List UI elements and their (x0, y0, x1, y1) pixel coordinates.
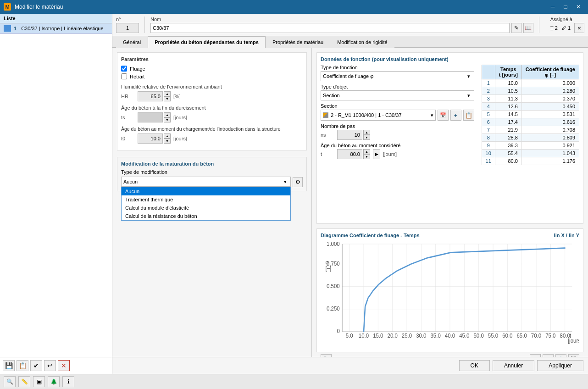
dropdown-item-resistance[interactable]: Calcul de la résistance du béton (122, 212, 290, 220)
chart-copy-button[interactable]: 📋 (555, 354, 566, 357)
chart-save-button[interactable]: 💾 (568, 354, 579, 357)
undo-button[interactable]: ↩ (44, 360, 56, 371)
svg-text:30.0: 30.0 (416, 333, 427, 339)
svg-text:20.0: 20.0 (387, 333, 398, 339)
type-fonction-dropdown[interactable]: Coefficient de fluage φ ▾ (321, 71, 474, 81)
hr-spin-up[interactable]: ▲ (164, 91, 171, 96)
ts-spin-down[interactable]: ▼ (164, 117, 171, 122)
type-fonction-row: Coefficient de fluage φ ▾ (321, 71, 474, 81)
table-row: 9 39.3 0.921 (482, 142, 579, 150)
t0-spin-up[interactable]: ▲ (164, 133, 171, 139)
book-button[interactable]: 📖 (523, 23, 533, 33)
section-add-button[interactable]: + (450, 110, 461, 121)
bottom-bar: OK Annuler Appliquer (112, 357, 588, 374)
ts-spin-up[interactable]: ▲ (164, 112, 171, 117)
humidite-row: HR ▲ ▼ [%] (121, 91, 303, 101)
edit-button[interactable]: ✎ (511, 23, 521, 33)
measure-tool-button[interactable]: 📏 (18, 376, 30, 387)
header-section: n° Nom ✎ 📖 (112, 14, 588, 36)
t-input[interactable] (337, 149, 362, 159)
t-play-button[interactable]: ▶ (373, 149, 380, 159)
section-calendar-button[interactable]: 📅 (438, 110, 449, 121)
delete-button[interactable]: ✕ (58, 360, 70, 371)
dropdown-item-aucun[interactable]: Aucun (122, 187, 290, 195)
ns-spin-up[interactable]: ▲ (363, 130, 370, 135)
svg-text:1.000: 1.000 (327, 241, 340, 247)
age-chargement-section: Âge du béton au moment du chargement/de … (121, 126, 303, 144)
svg-text:40.0: 40.0 (445, 333, 455, 339)
hr-unit: [%] (173, 94, 181, 99)
ns-input[interactable] (337, 130, 362, 140)
cell-n: 2 (482, 87, 495, 95)
app-window: M Modifier le matériau ─ □ ✕ Liste 1 C30… (0, 0, 588, 389)
hr-spin-down[interactable]: ▼ (164, 96, 171, 101)
dropdown-item-module[interactable]: Calcul du module d'élasticité (122, 204, 290, 212)
type-fonction-value: Coefficient de fluage φ (323, 73, 373, 79)
select-tool-button[interactable]: ▣ (33, 376, 45, 387)
minimize-button[interactable]: ─ (547, 2, 559, 11)
appliquer-button[interactable]: Appliquer (537, 360, 583, 371)
fluage-checkbox[interactable] (121, 66, 127, 72)
ok-button[interactable]: OK (459, 360, 490, 371)
assigne-clear-button[interactable]: ✕ (574, 23, 584, 33)
cell-phi: 1.176 (521, 157, 579, 165)
hr-input[interactable] (138, 91, 163, 101)
col-temps-header: Tempst [jours] (495, 65, 521, 79)
age-moment-group: Âge du béton au moment considéré t ▲ (321, 143, 474, 159)
t0-spin-down[interactable]: ▼ (164, 139, 171, 144)
svg-text:45.0: 45.0 (459, 333, 470, 339)
nom-row: ✎ 📖 (150, 23, 533, 33)
right-panel: n° Nom ✎ 📖 (112, 14, 588, 374)
nombre-pas-label: Nombre de pas (321, 123, 474, 129)
ns-spin-down[interactable]: ▼ (363, 135, 370, 140)
col-phi-header: Coefficient de fluageφ [–] (521, 65, 579, 79)
svg-text:35.0: 35.0 (430, 333, 441, 339)
hr-spinner: ▲ ▼ (164, 91, 171, 101)
ts-input[interactable] (138, 112, 163, 122)
tree-tool-button[interactable]: 🌲 (48, 376, 60, 387)
svg-text:0: 0 (337, 328, 340, 334)
content-area: Liste 1 C30/37 | Isotrope | Linéaire éla… (0, 14, 588, 374)
tab-modification-rigidite[interactable]: Modification de rigidité (330, 36, 394, 48)
t0-spinner: ▲ ▼ (164, 133, 171, 144)
modification-section: Modification de la maturation du béton T… (117, 157, 307, 191)
t-row: t ▲ ▼ (321, 149, 474, 159)
save-button[interactable]: 💾 (3, 360, 15, 371)
chart-axis-button[interactable]: ↔ (530, 354, 541, 357)
n-label: n° (116, 17, 139, 22)
tab-beton-temps[interactable]: Propriétés du béton dépendantes du temps (148, 36, 266, 48)
svg-text:15.0: 15.0 (373, 333, 383, 339)
cell-n: 5 (482, 111, 495, 118)
modification-dropdown-trigger[interactable]: Aucun ▾ (121, 177, 291, 187)
cell-t: 80.0 (495, 157, 521, 165)
chart-print-button[interactable]: 🖨 (543, 354, 554, 357)
n-input[interactable] (116, 23, 139, 33)
sidebar-empty (0, 34, 112, 357)
sidebar-header: Liste (0, 14, 112, 23)
sidebar-item[interactable]: 1 C30/37 | Isotrope | Linéaire élastique (0, 23, 112, 34)
section-copy-button[interactable]: 📋 (463, 110, 474, 121)
nom-input[interactable] (150, 23, 510, 33)
maximize-button[interactable]: □ (560, 2, 571, 11)
info-tool-button[interactable]: ℹ (62, 376, 74, 387)
check-button[interactable]: ✔ (30, 360, 42, 371)
tab-proprietes-materiau[interactable]: Propriétés de matériau (266, 36, 330, 48)
t-spinner: ▲ ▼ (363, 149, 370, 159)
section-row: 2 - R_M1 1000/400 | 1 - C30/37 ▾ 📅 + 📋 (321, 110, 474, 121)
retrait-checkbox[interactable] (121, 73, 127, 79)
search-tool-button[interactable]: 🔍 (4, 376, 16, 387)
humidite-section: Humidité relative de l'environnement amb… (121, 84, 303, 101)
chart-zoom-button[interactable]: 🔍 (321, 354, 332, 357)
annuler-button[interactable]: Annuler (493, 360, 534, 371)
copy-button[interactable]: 📋 (17, 360, 28, 371)
modification-dropdown-row: Aucun ▾ Aucun Traitement thermique Calcu… (121, 177, 303, 187)
tab-general[interactable]: Général (116, 36, 148, 48)
t-spin-up[interactable]: ▲ (363, 149, 370, 154)
table-row: 1 10.0 0.000 (482, 79, 579, 87)
t-spin-down[interactable]: ▼ (363, 154, 370, 159)
t0-input[interactable] (138, 133, 163, 144)
modification-settings-button[interactable]: ⚙ (293, 177, 303, 187)
type-objet-dropdown[interactable]: Section ▾ (321, 90, 474, 100)
close-button[interactable]: ✕ (572, 2, 584, 11)
dropdown-item-thermique[interactable]: Traitement thermique (122, 195, 290, 204)
